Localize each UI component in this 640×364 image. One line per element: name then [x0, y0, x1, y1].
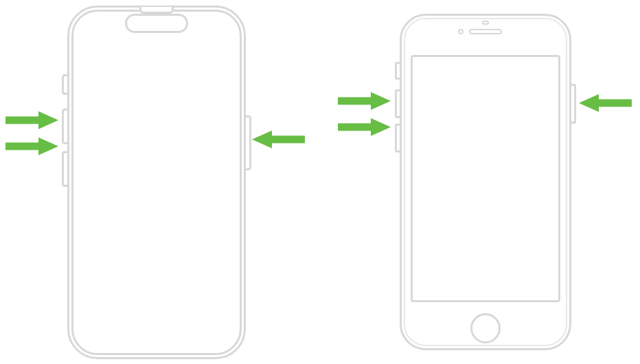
arrow-right-icon: [338, 117, 394, 137]
mute-switch: [62, 74, 67, 95]
side-button: [571, 84, 576, 124]
iphone-homebutton: [400, 14, 571, 350]
arrow-right-icon: [5, 136, 62, 157]
diagram-stage: [0, 0, 640, 364]
mute-switch: [395, 62, 400, 80]
home-button: [470, 313, 501, 343]
phone-screen: [411, 55, 560, 302]
proximity-sensor: [482, 21, 489, 25]
arrow-right-icon: [5, 110, 62, 130]
arrow-left-icon: [575, 93, 632, 113]
volume-up-button: [395, 89, 400, 118]
volume-down-button: [62, 151, 67, 187]
arrow-right-icon: [338, 91, 394, 111]
earpiece: [469, 29, 502, 34]
iphone-faceid: [67, 5, 246, 359]
side-button: [246, 115, 251, 170]
front-camera: [458, 29, 464, 34]
arrow-left-icon: [249, 129, 305, 150]
volume-up-button: [62, 109, 67, 144]
earpiece: [139, 7, 174, 14]
phone-screen: [71, 10, 242, 355]
volume-down-button: [395, 124, 400, 152]
dynamic-island: [125, 14, 188, 33]
